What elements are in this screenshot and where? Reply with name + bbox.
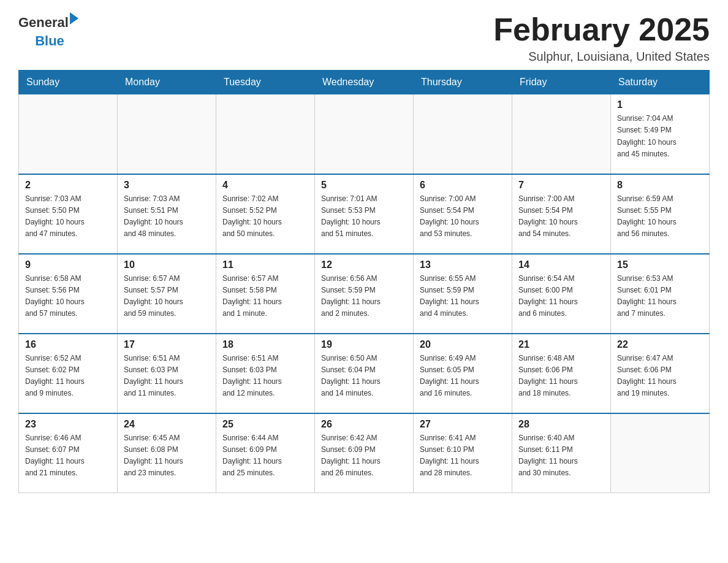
day-number: 3 bbox=[124, 180, 210, 191]
day-number: 10 bbox=[124, 259, 210, 270]
table-row bbox=[512, 94, 611, 174]
title-section: February 2025 Sulphur, Louisiana, United… bbox=[493, 12, 710, 64]
calendar-week-2: 2Sunrise: 7:03 AMSunset: 5:50 PMDaylight… bbox=[19, 174, 710, 254]
day-number: 20 bbox=[420, 339, 506, 350]
day-info: Sunrise: 6:51 AMSunset: 6:03 PMDaylight:… bbox=[124, 353, 210, 400]
day-info: Sunrise: 6:40 AMSunset: 6:11 PMDaylight:… bbox=[518, 432, 604, 480]
day-number: 24 bbox=[124, 419, 210, 430]
col-saturday: Saturday bbox=[611, 71, 710, 94]
calendar-table: Sunday Monday Tuesday Wednesday Thursday… bbox=[18, 70, 710, 493]
day-number: 14 bbox=[518, 259, 604, 270]
table-row: 4Sunrise: 7:02 AMSunset: 5:52 PMDaylight… bbox=[216, 174, 315, 254]
page-header: General Blue February 2025 Sulphur, Loui… bbox=[18, 12, 710, 64]
calendar-week-3: 9Sunrise: 6:58 AMSunset: 5:56 PMDaylight… bbox=[19, 254, 710, 334]
table-row: 22Sunrise: 6:47 AMSunset: 6:06 PMDayligh… bbox=[611, 334, 710, 413]
day-info: Sunrise: 7:00 AMSunset: 5:54 PMDaylight:… bbox=[518, 193, 604, 240]
day-info: Sunrise: 6:51 AMSunset: 6:03 PMDaylight:… bbox=[222, 353, 308, 400]
day-number: 19 bbox=[321, 339, 407, 350]
day-info: Sunrise: 6:56 AMSunset: 5:59 PMDaylight:… bbox=[321, 273, 407, 320]
table-row: 28Sunrise: 6:40 AMSunset: 6:11 PMDayligh… bbox=[512, 413, 611, 493]
table-row: 5Sunrise: 7:01 AMSunset: 5:53 PMDaylight… bbox=[315, 174, 414, 254]
table-row: 8Sunrise: 6:59 AMSunset: 5:55 PMDaylight… bbox=[611, 174, 710, 254]
calendar-header-row: Sunday Monday Tuesday Wednesday Thursday… bbox=[19, 71, 710, 94]
day-number: 22 bbox=[617, 339, 703, 350]
day-info: Sunrise: 6:53 AMSunset: 6:01 PMDaylight:… bbox=[617, 273, 703, 320]
table-row: 15Sunrise: 6:53 AMSunset: 6:01 PMDayligh… bbox=[611, 254, 710, 334]
day-info: Sunrise: 7:03 AMSunset: 5:50 PMDaylight:… bbox=[25, 193, 111, 240]
day-info: Sunrise: 7:04 AMSunset: 5:49 PMDaylight:… bbox=[617, 113, 703, 160]
col-tuesday: Tuesday bbox=[216, 71, 315, 94]
table-row: 24Sunrise: 6:45 AMSunset: 6:08 PMDayligh… bbox=[118, 413, 216, 493]
col-friday: Friday bbox=[512, 71, 611, 94]
table-row: 9Sunrise: 6:58 AMSunset: 5:56 PMDaylight… bbox=[19, 254, 118, 334]
day-number: 16 bbox=[25, 339, 111, 350]
day-info: Sunrise: 6:48 AMSunset: 6:06 PMDaylight:… bbox=[518, 353, 604, 400]
table-row: 1Sunrise: 7:04 AMSunset: 5:49 PMDaylight… bbox=[611, 94, 710, 174]
day-info: Sunrise: 7:03 AMSunset: 5:51 PMDaylight:… bbox=[124, 193, 210, 240]
table-row: 20Sunrise: 6:49 AMSunset: 6:05 PMDayligh… bbox=[414, 334, 512, 413]
table-row: 13Sunrise: 6:55 AMSunset: 5:59 PMDayligh… bbox=[414, 254, 512, 334]
day-number: 6 bbox=[420, 180, 506, 191]
table-row: 17Sunrise: 6:51 AMSunset: 6:03 PMDayligh… bbox=[118, 334, 216, 413]
day-number: 9 bbox=[25, 259, 111, 270]
day-info: Sunrise: 6:46 AMSunset: 6:07 PMDaylight:… bbox=[25, 432, 111, 480]
day-number: 26 bbox=[321, 419, 407, 430]
day-number: 12 bbox=[321, 259, 407, 270]
table-row: 12Sunrise: 6:56 AMSunset: 5:59 PMDayligh… bbox=[315, 254, 414, 334]
table-row: 14Sunrise: 6:54 AMSunset: 6:00 PMDayligh… bbox=[512, 254, 611, 334]
day-number: 25 bbox=[222, 419, 308, 430]
table-row: 6Sunrise: 7:00 AMSunset: 5:54 PMDaylight… bbox=[414, 174, 512, 254]
day-info: Sunrise: 6:57 AMSunset: 5:57 PMDaylight:… bbox=[124, 273, 210, 320]
day-number: 8 bbox=[617, 180, 703, 191]
day-info: Sunrise: 7:01 AMSunset: 5:53 PMDaylight:… bbox=[321, 193, 407, 240]
day-number: 18 bbox=[222, 339, 308, 350]
month-title: February 2025 bbox=[493, 12, 710, 47]
table-row: 18Sunrise: 6:51 AMSunset: 6:03 PMDayligh… bbox=[216, 334, 315, 413]
table-row: 23Sunrise: 6:46 AMSunset: 6:07 PMDayligh… bbox=[19, 413, 118, 493]
table-row bbox=[118, 94, 216, 174]
logo-general-text: General bbox=[18, 15, 69, 31]
day-number: 2 bbox=[25, 180, 111, 191]
table-row: 10Sunrise: 6:57 AMSunset: 5:57 PMDayligh… bbox=[118, 254, 216, 334]
day-info: Sunrise: 6:47 AMSunset: 6:06 PMDaylight:… bbox=[617, 353, 703, 400]
col-sunday: Sunday bbox=[19, 71, 118, 94]
table-row: 25Sunrise: 6:44 AMSunset: 6:09 PMDayligh… bbox=[216, 413, 315, 493]
day-info: Sunrise: 6:50 AMSunset: 6:04 PMDaylight:… bbox=[321, 353, 407, 400]
calendar-week-5: 23Sunrise: 6:46 AMSunset: 6:07 PMDayligh… bbox=[19, 413, 710, 493]
table-row bbox=[315, 94, 414, 174]
day-info: Sunrise: 6:44 AMSunset: 6:09 PMDaylight:… bbox=[222, 432, 308, 480]
calendar-week-1: 1Sunrise: 7:04 AMSunset: 5:49 PMDaylight… bbox=[19, 94, 710, 174]
logo-blue-text: Blue bbox=[21, 33, 78, 49]
calendar-week-4: 16Sunrise: 6:52 AMSunset: 6:02 PMDayligh… bbox=[19, 334, 710, 413]
table-row: 27Sunrise: 6:41 AMSunset: 6:10 PMDayligh… bbox=[414, 413, 512, 493]
day-number: 7 bbox=[518, 180, 604, 191]
day-info: Sunrise: 6:59 AMSunset: 5:55 PMDaylight:… bbox=[617, 193, 703, 240]
day-info: Sunrise: 6:58 AMSunset: 5:56 PMDaylight:… bbox=[25, 273, 111, 320]
table-row: 21Sunrise: 6:48 AMSunset: 6:06 PMDayligh… bbox=[512, 334, 611, 413]
table-row: 19Sunrise: 6:50 AMSunset: 6:04 PMDayligh… bbox=[315, 334, 414, 413]
table-row bbox=[611, 413, 710, 493]
day-info: Sunrise: 6:49 AMSunset: 6:05 PMDaylight:… bbox=[420, 353, 506, 400]
day-number: 17 bbox=[124, 339, 210, 350]
day-info: Sunrise: 6:54 AMSunset: 6:00 PMDaylight:… bbox=[518, 273, 604, 320]
day-info: Sunrise: 6:55 AMSunset: 5:59 PMDaylight:… bbox=[420, 273, 506, 320]
day-number: 15 bbox=[617, 259, 703, 270]
table-row bbox=[19, 94, 118, 174]
day-number: 27 bbox=[420, 419, 506, 430]
day-number: 5 bbox=[321, 180, 407, 191]
table-row bbox=[414, 94, 512, 174]
col-monday: Monday bbox=[118, 71, 216, 94]
day-number: 23 bbox=[25, 419, 111, 430]
location-subtitle: Sulphur, Louisiana, United States bbox=[493, 50, 710, 64]
table-row: 26Sunrise: 6:42 AMSunset: 6:09 PMDayligh… bbox=[315, 413, 414, 493]
day-number: 1 bbox=[617, 99, 703, 110]
day-number: 4 bbox=[222, 180, 308, 191]
day-info: Sunrise: 6:41 AMSunset: 6:10 PMDaylight:… bbox=[420, 432, 506, 480]
col-thursday: Thursday bbox=[414, 71, 512, 94]
day-number: 28 bbox=[518, 419, 604, 430]
day-number: 21 bbox=[518, 339, 604, 350]
table-row: 7Sunrise: 7:00 AMSunset: 5:54 PMDaylight… bbox=[512, 174, 611, 254]
day-info: Sunrise: 7:02 AMSunset: 5:52 PMDaylight:… bbox=[222, 193, 308, 240]
day-info: Sunrise: 7:00 AMSunset: 5:54 PMDaylight:… bbox=[420, 193, 506, 240]
logo-triangle-icon bbox=[70, 12, 78, 25]
